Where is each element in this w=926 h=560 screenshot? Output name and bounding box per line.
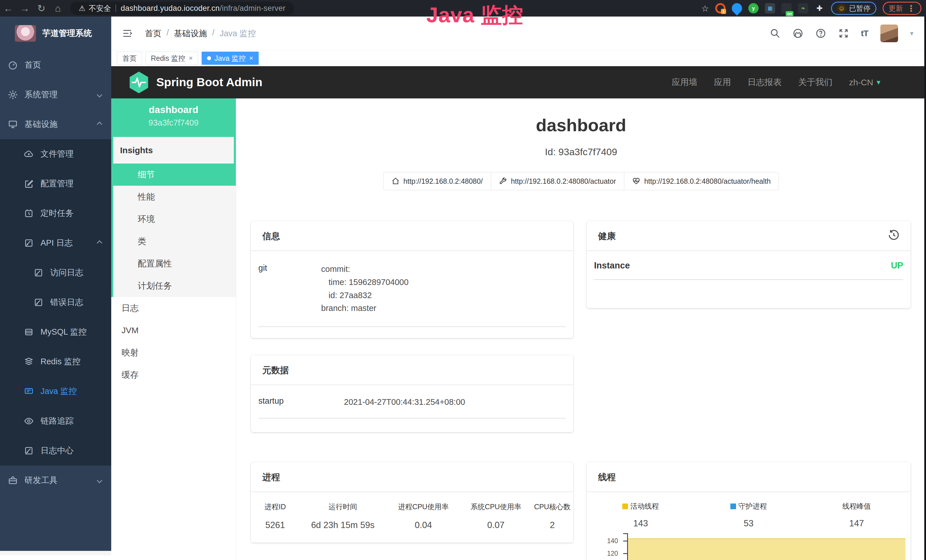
tag-close-icon[interactable]: × (189, 54, 193, 62)
info-card-header: 信息 (251, 221, 573, 251)
home-icon (392, 177, 399, 185)
search-icon[interactable] (770, 28, 781, 39)
service-url-label: http://192.168.0.2:48080/ (404, 177, 483, 185)
sidebar-item-config-management[interactable]: 配置管理 (0, 169, 111, 198)
url-text[interactable]: dashboard.yudao.iocoder.cn/infra/admin-s… (121, 4, 286, 13)
annotation-java-monitor: Java 监控 (426, 1, 523, 30)
service-url-button[interactable]: http://192.168.0.2:48080/ (383, 172, 491, 190)
extension-pin-icon[interactable] (730, 1, 744, 16)
edit-icon (24, 179, 34, 189)
sba-nav-wallboard[interactable]: 应用墙 (672, 76, 697, 88)
git-time-line: time: 1596289704000 (321, 276, 409, 289)
history-icon[interactable] (888, 229, 900, 241)
tag-label: 首页 (123, 54, 136, 63)
sba-menu-jvm[interactable]: JVM (111, 319, 236, 342)
hamburger-icon[interactable] (121, 28, 133, 38)
github-icon[interactable] (793, 28, 803, 39)
extension-y-icon[interactable]: y (748, 3, 759, 14)
sba-menu-config-props[interactable]: 配置属性 (111, 253, 236, 275)
info-card-title: 信息 (262, 231, 280, 241)
extension-leaf-icon[interactable]: ❧ (798, 3, 808, 14)
actuator-url-button[interactable]: http://192.168.0.2:48080/actuator (491, 172, 624, 190)
redis-stack-icon (24, 357, 34, 366)
help-icon[interactable] (816, 28, 826, 39)
browser-forward-icon[interactable]: → (17, 3, 33, 14)
sba-menu-details[interactable]: 细节 (111, 163, 236, 186)
browser-menu-icon[interactable]: ⋮ (907, 3, 915, 14)
user-avatar[interactable] (881, 24, 898, 42)
sba-menu-environment[interactable]: 环境 (111, 208, 236, 230)
sidebar-item-system[interactable]: 系统管理 (0, 80, 111, 109)
sidebar-item-access-log[interactable]: 访问日志 (0, 258, 111, 288)
url-path: /infra/admin-server (219, 4, 286, 12)
tag-close-icon[interactable]: × (249, 54, 253, 62)
extensions-puzzle-icon[interactable]: ✚ (814, 3, 825, 14)
update-button[interactable]: 更新⋮ (883, 2, 921, 15)
paused-label: 已暂停 (849, 4, 870, 13)
extension-orange-icon[interactable]: 1 (715, 3, 726, 14)
health-card-header: 健康 (587, 221, 911, 251)
sba-nav-journal[interactable]: 日志报表 (747, 76, 782, 88)
browser-home-icon[interactable]: ⌂ (50, 3, 66, 14)
y-axis-tick (623, 553, 627, 554)
sidebar-item-api-log[interactable]: API 日志 (0, 228, 111, 258)
fullscreen-icon[interactable] (838, 28, 849, 39)
sidebar-item-error-log[interactable]: 错误日志 (0, 288, 111, 317)
git-commit-line: commit: (321, 263, 409, 276)
sidebar-item-file-management[interactable]: 文件管理 (0, 139, 111, 169)
metadata-card-header: 元数据 (251, 355, 573, 385)
address-bar[interactable]: ⚠ 不安全 dashboard.yudao.iocoder.cn/infra/a… (70, 2, 294, 15)
sidebar-item-dev-tools[interactable]: 研发工具 (0, 466, 111, 495)
sba-nav-about[interactable]: 关于我们 (798, 76, 832, 88)
user-caret-icon[interactable]: ▾ (910, 29, 914, 37)
threads-legend-values: 143 53 147 (587, 518, 911, 529)
tag-redis-monitor[interactable]: Redis 监控× (145, 51, 198, 65)
browser-back-icon[interactable]: ← (0, 3, 17, 14)
legend-live-threads: 活动线程 (587, 501, 695, 511)
sidebar-item-scheduled-jobs[interactable]: 定时任务 (0, 198, 111, 228)
extension-grid-icon[interactable]: ▦ (765, 3, 775, 14)
instance-header[interactable]: dashboard 93a3fc7f7409 (111, 98, 236, 137)
sidebar-item-home[interactable]: 首页 (0, 50, 111, 80)
sba-menu-logs[interactable]: 日志 (111, 297, 236, 319)
security-label[interactable]: 不安全 (89, 3, 111, 14)
spring-boot-admin-logo[interactable] (129, 71, 149, 94)
tag-home[interactable]: 首页 (117, 51, 142, 65)
tag-java-monitor[interactable]: Java 监控× (202, 51, 259, 65)
insights-section-header: Insights (111, 137, 236, 163)
metadata-value: 2021-04-27T00:44:31.254+08:00 (344, 396, 465, 409)
health-url-button[interactable]: http://192.168.0.2:48080/actuator/health (624, 172, 779, 190)
profile-paused-pill[interactable]: ☺已暂停 (831, 2, 876, 15)
breadcrumb-infrastructure[interactable]: 基础设施 (174, 28, 207, 39)
sidebar-item-log-center[interactable]: 日志中心 (0, 436, 111, 466)
sba-menu-caches[interactable]: 缓存 (111, 364, 236, 386)
chevron-up-icon (97, 121, 102, 127)
font-size-icon[interactable]: tT (861, 29, 869, 38)
sidebar-item-label: 系统管理 (24, 89, 57, 100)
breadcrumb-home[interactable]: 首页 (145, 28, 162, 39)
instance-name: dashboard (111, 104, 236, 115)
bookmark-star-icon[interactable]: ☆ (701, 3, 709, 14)
sba-menu-scheduled-tasks[interactable]: 计划任务 (111, 275, 236, 297)
extension-switch-icon[interactable]: on (781, 3, 792, 14)
sba-nav-applications[interactable]: 应用 (714, 76, 731, 88)
sidebar-item-redis-monitor[interactable]: Redis 监控 (0, 347, 111, 377)
sidebar-item-label: 首页 (24, 59, 41, 71)
sba-menu-mappings[interactable]: 映射 (111, 342, 236, 364)
extension-badge: 1 (721, 9, 726, 14)
tag-label: Redis 监控 (151, 54, 185, 63)
app-logo-row[interactable]: 芋道管理系统 (0, 17, 111, 50)
sidebar-item-infrastructure[interactable]: 基础设施 (0, 109, 111, 139)
sba-menu-classes[interactable]: 类 (111, 230, 236, 253)
sba-menu-metrics[interactable]: 性能 (111, 186, 236, 208)
tags-bar: 首页 Redis 监控× Java 监控× (111, 50, 926, 66)
sba-locale-select[interactable]: zh-CN▾ (849, 77, 881, 87)
sidebar-item-java-monitor[interactable]: Java 监控 (0, 377, 111, 406)
sidebar-item-tracing[interactable]: 链路追踪 (0, 406, 111, 436)
sba-brand-title[interactable]: Spring Boot Admin (156, 76, 262, 89)
process-pid-value: 5261 (251, 520, 300, 530)
sidebar-item-mysql-monitor[interactable]: MySQL 监控 (0, 317, 111, 347)
browser-reload-icon[interactable]: ↻ (33, 3, 50, 14)
legend-label: 活动线程 (630, 502, 659, 510)
breadcrumb-separator: / (212, 28, 215, 39)
